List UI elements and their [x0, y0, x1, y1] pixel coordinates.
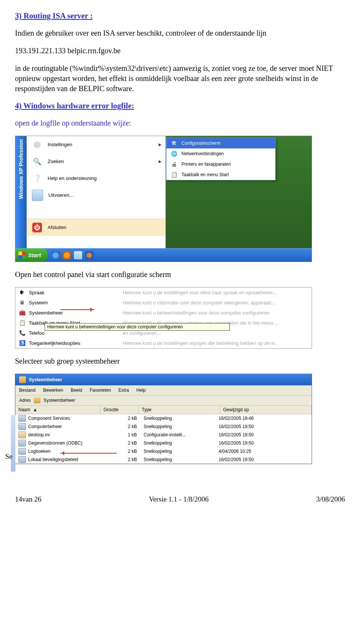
menu-item[interactable]: Favorieten: [90, 388, 111, 393]
file-row[interactable]: Computerbeheer2 kBSnelkoppeling16/02/200…: [15, 422, 312, 431]
media-player-icon[interactable]: [85, 251, 93, 259]
file-name: desktop.ini: [28, 432, 105, 437]
startmenu-item-label: Uitvoeren...: [48, 192, 73, 198]
page-footer: 14van 26 Versie 1.1 - 1/8/2006 3/08/2006: [15, 495, 345, 503]
submenu-item-label: Printers en faxapparaten: [182, 162, 231, 167]
menu-item[interactable]: Beeld: [70, 388, 82, 393]
file-row[interactable]: desktop.ini1 kBConfiguratie-instelli...1…: [15, 431, 312, 439]
system-icon: 🖥: [18, 299, 26, 306]
file-type: Snelkoppeling: [144, 449, 219, 454]
submenu-item[interactable]: 🌐 Netwerkverbindingen: [166, 148, 275, 159]
file-size: 2 kB: [105, 457, 144, 462]
column-headers: Naam ▲ Grootte Type Gewijzigd op: [15, 406, 312, 414]
phone-icon: 📞: [18, 329, 26, 337]
section4-intro: open de logfile op onderstaande wijze:: [15, 118, 345, 128]
file-date: 16/02/2005 19:50: [219, 440, 309, 446]
cpl-item-name: Spraak: [29, 290, 123, 295]
settings-submenu: 🛠 Configuratiescherm 🌐 Netwerkverbinding…: [165, 138, 276, 180]
file-type: Configuratie-instelli...: [144, 432, 219, 437]
menu-item[interactable]: Bewerken: [43, 388, 63, 393]
startmenu-item[interactable]: ❔ Help en ondersteuning: [27, 170, 165, 187]
run-icon: [32, 190, 43, 201]
settings-icon: [32, 139, 42, 150]
startmenu-item[interactable]: 🔍 Zoeken ▶: [27, 153, 165, 170]
control-panel-item[interactable]: 🧰 Systeembeheer Hiermee kunt u beheerins…: [15, 308, 312, 318]
cpl-item-desc: Hiermee kunt u de instellingen voor teks…: [123, 290, 309, 295]
startmenu-screenshot: Windows XP Profession Instellingen ▶ 🔍 Z…: [15, 136, 312, 262]
help-icon: ❔: [32, 173, 42, 184]
taskbar-icon: 📋: [170, 171, 178, 178]
cpl-item-desc: Hiermee kunt u de instellingen wijzigen …: [123, 340, 309, 346]
folder-icon: [34, 397, 40, 403]
control-panel-icon: 🛠: [170, 139, 178, 147]
cpl-item-name: Toegankelijkheidsopties: [29, 340, 123, 346]
submenu-item-label: Configuratiescherm: [182, 141, 220, 146]
file-row[interactable]: Lokaal beveiligingsbeleid2 kBSnelkoppeli…: [15, 455, 312, 464]
page-number: 14van 26: [15, 495, 41, 503]
startmenu-item-label: Zoeken: [48, 159, 64, 164]
start-button[interactable]: Start: [15, 249, 48, 262]
file-name: Gegevensbronnen (ODBC): [28, 440, 105, 446]
shortcut-icon: [18, 456, 26, 463]
tooltip: Hiermee kunt u beheerinstellingen voor d…: [45, 323, 230, 331]
file-row[interactable]: Gegevensbronnen (ODBC)2 kBSnelkoppeling1…: [15, 439, 312, 447]
cpl-item-desc: en configureren...: [123, 330, 309, 336]
submenu-item[interactable]: 📋 Taakbalk en menu Start: [166, 169, 275, 180]
col-label: Naam: [18, 407, 30, 412]
folder-icon: [19, 376, 26, 383]
section4-after2: Selecteer sub groep systeembeheer: [15, 356, 345, 366]
startmenu-item-label: Afsluiten: [48, 225, 66, 230]
control-panel-item[interactable]: 🗣 Spraak Hiermee kunt u de instellingen …: [15, 288, 312, 298]
quick-launch: [51, 251, 93, 259]
startmenu-item[interactable]: Uitvoeren...: [27, 187, 165, 204]
file-size: 2 kB: [105, 424, 144, 429]
col-type[interactable]: Type: [139, 406, 220, 414]
file-name: Computerbeheer: [28, 424, 105, 429]
col-size[interactable]: Grootte: [100, 406, 139, 414]
submenu-arrow-icon: ▶: [159, 142, 162, 147]
file-type: Snelkoppeling: [144, 457, 219, 462]
xp-sidebar-label: Windows XP Profession: [15, 136, 27, 249]
explorer-screenshot: Systeembeheer Bestand Bewerken Beeld Fav…: [15, 374, 312, 464]
section3-heading: 3) Routing ISA server :: [15, 11, 345, 21]
menu-item[interactable]: Help: [136, 388, 146, 393]
startmenu-item-label: Help en ondersteuning: [48, 175, 97, 181]
show-desktop-icon[interactable]: [74, 251, 82, 259]
window-title-bar: Systeembeheer: [15, 374, 312, 385]
red-arrow-annotation: [60, 453, 117, 454]
speech-icon: 🗣: [18, 289, 26, 296]
menu-bar: Bestand Bewerken Beeld Favorieten Extra …: [15, 385, 312, 395]
control-panel-item[interactable]: 🖥 Systeem Hiermee kunt u informatie over…: [15, 298, 312, 308]
file-size: 2 kB: [105, 416, 144, 421]
cpl-item-name: Systeembeheer: [29, 310, 123, 316]
menu-item[interactable]: Extra: [118, 388, 129, 393]
submenu-item[interactable]: 🛠 Configuratiescherm: [166, 138, 275, 148]
section4-after1: Open het control panel via start configu…: [15, 270, 345, 280]
shortcut-icon: [18, 423, 26, 430]
window-title: Systeembeheer: [29, 377, 62, 382]
col-date[interactable]: Gewijzigd op: [220, 406, 312, 414]
file-row[interactable]: Component Services2 kBSnelkoppeling16/02…: [15, 414, 312, 422]
taskbar-icon: 📋: [18, 319, 26, 326]
col-name[interactable]: Naam ▲: [15, 406, 100, 414]
file-date: 16/02/2005 19:46: [219, 416, 309, 421]
menu-item[interactable]: Bestand: [19, 388, 36, 393]
taskbar: Start: [15, 248, 312, 262]
start-menu-panel: Instellingen ▶ 🔍 Zoeken ▶ ❔ Help en onde…: [27, 136, 166, 249]
section3-para3: in de routingtable (%windir%\system32\dr…: [15, 63, 345, 94]
submenu-item-label: Taakbalk en menu Start: [182, 172, 229, 177]
address-value[interactable]: Systeembeheer: [44, 398, 75, 403]
control-panel-item[interactable]: ♿ Toegankelijkheidsopties Hiermee kunt u…: [15, 338, 312, 348]
version-label: Versie 1.1 - 1/8/2006: [149, 495, 208, 503]
file-date: 16/02/2005 19:50: [219, 457, 309, 462]
ie-icon[interactable]: [51, 251, 60, 259]
section3-para1: Indien de gebruiker over een ISA server …: [15, 28, 345, 38]
submenu-item[interactable]: 🖨 Printers en faxapparaten: [166, 159, 275, 169]
startmenu-item[interactable]: Instellingen ▶: [27, 136, 165, 153]
firefox-icon[interactable]: [63, 251, 71, 259]
windows-flag-icon: [18, 252, 26, 259]
cpl-item-name: Telefoo: [29, 330, 123, 336]
red-arrow-annotation: [60, 309, 94, 310]
network-icon: 🌐: [170, 150, 178, 157]
startmenu-item-shutdown[interactable]: ⏻ Afsluiten: [27, 219, 165, 236]
